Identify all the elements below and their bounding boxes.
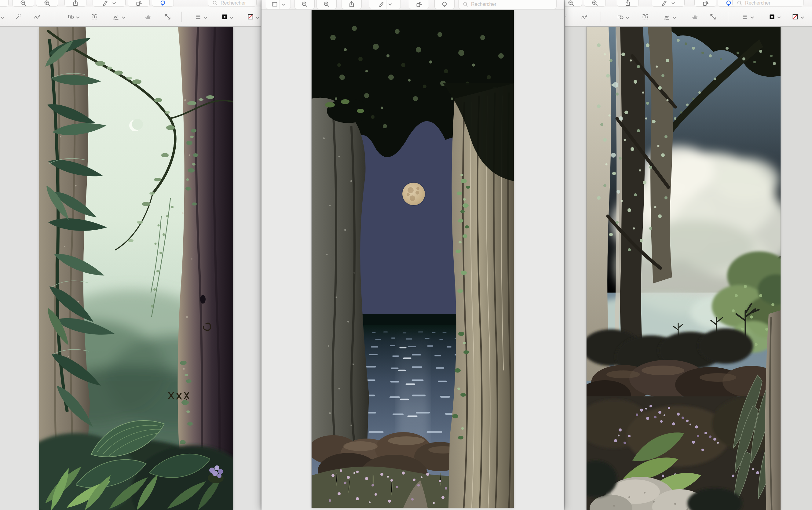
window-jungle-panel: Rechercher [0,0,261,510]
markup-button[interactable] [369,0,401,9]
text-box-icon [641,13,649,21]
fill-color-swatch [247,13,254,21]
image-canvas-moonlit-sea[interactable] [312,10,514,508]
chevron-down-icon [625,13,630,21]
border-color-button[interactable] [221,7,234,26]
toolbar-divider [181,11,182,22]
document-pasteboard [565,27,812,510]
chevron-down-icon [672,13,677,21]
chevron-down-icon [0,13,6,21]
border-color-swatch [768,13,776,21]
rotate-left-button[interactable] [128,0,150,7]
line-weight-button[interactable] [742,7,755,26]
image-canvas-jungle[interactable] [39,27,233,510]
border-color-button[interactable] [768,7,781,26]
chevron-down-icon [76,13,80,21]
chevron-down-icon [777,13,781,21]
markup-button[interactable] [93,0,125,7]
resize-button[interactable] [164,7,171,26]
text-box-button[interactable] [91,7,98,26]
shapes-button[interactable] [67,7,80,26]
text-box-button[interactable] [641,7,649,26]
zoom-in-icon [591,0,599,7]
instant-alpha-button[interactable] [565,7,569,26]
rotate-left-button[interactable] [694,0,716,7]
search-icon [736,0,743,6]
sidebar-view-button[interactable] [266,0,291,9]
fill-color-button[interactable] [791,7,805,26]
zoom-in-button[interactable] [36,0,58,7]
top-toolbar: Rechercher [261,0,563,9]
search-field[interactable]: Rechercher [732,0,804,7]
signature-icon [663,13,671,21]
share-button[interactable] [617,0,639,7]
highlight-button[interactable] [152,0,174,7]
fill-color-button[interactable] [247,7,260,26]
shapes-button[interactable] [617,7,630,26]
highlighter-icon [441,1,448,8]
chevron-down-icon [203,13,208,21]
signature-icon [112,13,120,21]
sketch-button[interactable] [580,7,588,26]
toolbar-divider [55,11,55,22]
search-placeholder: Rechercher [745,0,771,6]
zoom-out-button[interactable] [565,0,582,7]
line-weight-button[interactable] [195,7,208,26]
search-field[interactable]: Rechercher [458,0,557,9]
share-icon [72,0,79,7]
instant-alpha-button[interactable] [14,7,22,26]
zoom-in-button[interactable] [317,0,337,9]
sidebar-icon [271,1,278,8]
desktop: Rechercher [0,0,812,510]
highlighter-icon [159,0,167,7]
adjust-color-button[interactable] [145,7,152,26]
zoom-out-button[interactable] [12,0,34,7]
share-button[interactable] [342,0,362,9]
resize-icon [164,13,171,21]
share-button[interactable] [64,0,86,7]
zoom-in-button[interactable] [584,0,606,7]
markup-toolbar [565,7,812,27]
signature-button[interactable] [112,7,126,26]
chevron-down-icon [800,13,805,21]
chevron-down-icon [121,13,126,21]
shapes-icon [67,13,75,21]
sketch-pen-icon [580,13,588,21]
search-icon [462,1,469,8]
zoom-out-icon [301,1,308,8]
image-canvas-coastal[interactable] [586,27,781,510]
search-field[interactable]: Rechercher [208,0,257,7]
sidebar-view-button[interactable] [0,0,8,7]
markup-pen-icon [378,1,385,8]
document-pasteboard [0,27,261,510]
zoom-out-button[interactable] [294,0,315,9]
rotate-left-icon [415,1,423,8]
chevron-down-icon [750,13,755,21]
window-coastal-panel: Rechercher [565,0,812,510]
zoom-out-icon [20,0,27,7]
top-toolbar: Rechercher [565,0,812,7]
share-icon [348,1,355,8]
rotate-left-button[interactable] [409,0,429,9]
magic-wand-icon [565,13,569,21]
share-icon [624,0,632,7]
fill-color-swatch [791,13,799,21]
sketch-button[interactable] [33,7,40,26]
resize-button[interactable] [709,7,717,26]
text-box-icon [91,13,98,21]
selection-tools-button[interactable] [0,7,6,26]
search-placeholder: Rechercher [471,2,496,7]
document-pasteboard [261,9,563,510]
zoom-in-icon [323,1,330,8]
prism-icon [145,13,152,21]
chevron-down-icon [112,0,117,7]
button-divider [280,0,280,9]
border-color-swatch [221,13,228,21]
button-divider [386,0,386,9]
adjust-color-button[interactable] [691,7,699,26]
markup-button[interactable] [651,0,685,7]
signature-button[interactable] [663,7,677,26]
markup-pen-icon [102,0,109,7]
highlight-button[interactable] [434,0,455,9]
zoom-out-icon [567,0,575,7]
